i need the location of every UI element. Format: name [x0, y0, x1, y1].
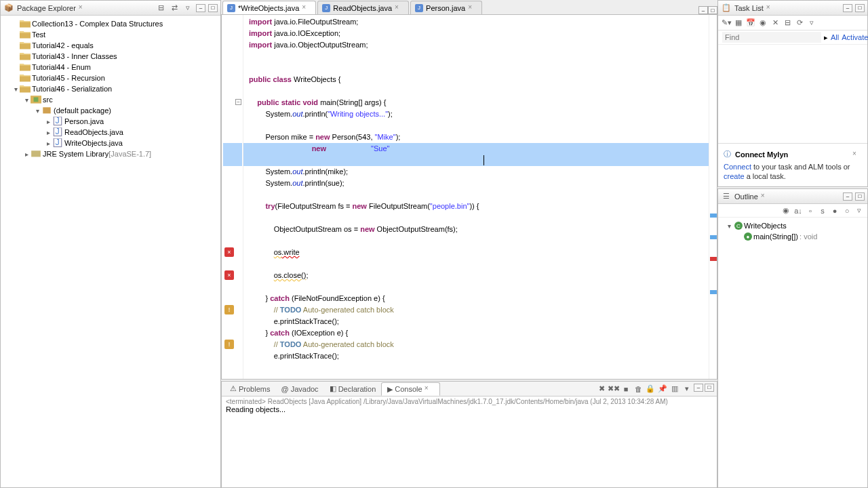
tree-row[interactable]: ▸JWriteObjects.java [1, 138, 220, 148]
code-line[interactable] [249, 62, 709, 74]
collapse-icon[interactable]: ⊟ [782, 18, 793, 28]
code-line[interactable]: import java.io.FileOutputStream; [249, 16, 709, 28]
code-line[interactable] [249, 85, 709, 97]
link-editor-icon[interactable]: ⇄ [169, 3, 180, 14]
code-line[interactable]: public static void main(String[] args) { [249, 97, 709, 108]
code-line[interactable] [249, 212, 709, 224]
tree-row[interactable]: Tutorial44 - Enum [1, 62, 220, 73]
code-line[interactable]: Person mike = new Person(543, "Mike"); [249, 131, 709, 143]
tree-row[interactable]: ▾Tutorial46 - Serialization [1, 83, 220, 94]
terminate-icon[interactable]: ■ [620, 384, 631, 394]
code-line[interactable] [249, 235, 709, 247]
code-line[interactable]: ObjectOutputStream os = new ObjectOutput… [249, 224, 709, 235]
hide-icon[interactable]: ✕ [770, 18, 781, 28]
close-tab-icon[interactable]: × [302, 3, 311, 13]
tree-row[interactable]: Tutorial42 - equals [1, 40, 220, 51]
bottom-tab[interactable]: @Javadoc [275, 384, 323, 394]
tree-row[interactable]: Collection13 - Complex Data Structures [1, 18, 220, 29]
view-menu-icon[interactable]: ▿ [182, 3, 193, 14]
task-all-link[interactable]: All [831, 33, 839, 41]
minimize-button[interactable]: – [196, 4, 205, 12]
hide-nonpublic-icon[interactable]: ● [829, 205, 840, 216]
code-line[interactable]: // TODO Auto-generated catch block [249, 339, 709, 350]
editor-tab[interactable]: J*WriteObjects.java× [222, 1, 316, 14]
outline-maximize-button[interactable]: □ [855, 192, 865, 201]
bottom-tab[interactable]: ◧Declaration [324, 383, 382, 394]
collapse-all-icon[interactable]: ⊟ [155, 3, 166, 14]
code-line[interactable] [249, 189, 709, 201]
code-line[interactable]: e.printStackTrace(); [249, 316, 709, 327]
task-maximize-button[interactable]: □ [855, 4, 865, 12]
hide-static-icon[interactable]: s [817, 205, 828, 216]
focus-icon[interactable]: ◉ [757, 18, 768, 28]
code-line[interactable]: import java.io.IOException; [249, 28, 709, 39]
close-icon[interactable]: × [425, 384, 434, 394]
tree-row[interactable]: ▸JPerson.java [1, 116, 220, 127]
bottom-minimize-button[interactable]: – [694, 384, 703, 392]
task-minimize-button[interactable]: – [843, 4, 852, 12]
focus-icon[interactable]: ◉ [781, 205, 791, 216]
outline-minimize-button[interactable]: – [843, 192, 852, 201]
code-line[interactable]: public class WriteObjects { [249, 74, 709, 85]
pin-console-icon[interactable]: 📌 [657, 384, 668, 394]
tree-row[interactable]: Tutorial45 - Recursion [1, 73, 220, 83]
schedule-icon[interactable]: 📅 [745, 18, 756, 28]
tree-row[interactable]: ▸JReadObjects.java [1, 127, 220, 138]
code-line[interactable] [249, 281, 709, 293]
package-explorer-tree[interactable]: Collection13 - Complex Data StructuresTe… [1, 16, 220, 487]
new-task-icon[interactable]: ✎▾ [721, 18, 732, 28]
clear-console-icon[interactable]: 🗑 [633, 384, 644, 394]
close-tab-icon[interactable]: × [395, 3, 404, 13]
view-menu-icon[interactable]: ▿ [806, 18, 817, 28]
code-line[interactable]: System.out.println(sue); [249, 178, 709, 189]
bottom-maximize-button[interactable]: □ [705, 384, 714, 392]
code-area[interactable]: import java.io.FileOutputStream;import j… [243, 15, 709, 379]
task-activate-link[interactable]: Activate... [842, 33, 868, 41]
code-line[interactable]: os.write [249, 247, 709, 258]
code-line[interactable]: System.out.println(mike); [249, 166, 709, 178]
task-find-input[interactable] [722, 32, 821, 43]
code-line[interactable]: e.printStackTrace(); [249, 350, 709, 362]
mylyn-close-icon[interactable]: × [852, 150, 862, 159]
tree-row[interactable]: ▾(default package) [1, 105, 220, 116]
create-link[interactable]: create [724, 172, 745, 180]
editor-minimize-button[interactable]: – [698, 6, 708, 14]
outline-item[interactable]: ●main(String[]) : void [721, 231, 865, 242]
code-line[interactable] [249, 120, 709, 131]
code-line[interactable]: } catch (IOException e) { [249, 327, 709, 339]
scroll-lock-icon[interactable]: 🔒 [645, 384, 656, 394]
tree-row[interactable]: ▾src [1, 94, 220, 105]
editor-tab[interactable]: JPerson.java× [410, 1, 482, 14]
outline-item[interactable]: ▾CWriteObjects [721, 220, 865, 231]
outline-tree[interactable]: ▾CWriteObjects●main(String[]) : void [718, 218, 867, 245]
editor-area[interactable]: −××!! import java.io.FileOutputStream;im… [221, 15, 717, 380]
bottom-tab[interactable]: ▶Console× [381, 382, 439, 396]
code-line[interactable] [249, 258, 709, 270]
code-line[interactable]: } catch (FileNotFoundException e) { [249, 293, 709, 304]
close-icon[interactable]: × [79, 3, 88, 13]
bottom-tab[interactable]: ⚠Problems [224, 383, 275, 394]
maximize-button[interactable]: □ [208, 4, 218, 12]
connect-link[interactable]: Connect [724, 163, 751, 171]
open-console-icon[interactable]: ▾ [682, 384, 692, 394]
hide-local-icon[interactable]: ○ [842, 205, 852, 216]
code-line[interactable] [249, 51, 709, 62]
remove-launch-icon[interactable]: ✖ [596, 384, 607, 394]
code-line[interactable]: // TODO Auto-generated catch block [249, 304, 709, 316]
overview-ruler[interactable] [709, 15, 717, 379]
synchronize-icon[interactable]: ⟳ [794, 18, 805, 28]
remove-all-icon[interactable]: ✖✖ [608, 384, 619, 394]
view-menu-icon[interactable]: ▿ [854, 205, 865, 216]
tree-row[interactable]: Tutorial43 - Inner Classes [1, 51, 220, 62]
categorize-icon[interactable]: ▦ [733, 18, 744, 28]
display-selected-icon[interactable]: ▥ [669, 384, 680, 394]
close-tab-icon[interactable]: × [468, 3, 477, 13]
editor-tab[interactable]: JReadObjects.java× [317, 1, 409, 14]
find-prev-icon[interactable]: ▸ [824, 33, 828, 42]
close-icon[interactable]: × [766, 3, 776, 13]
code-line[interactable]: import java.io.ObjectOutputStream; [249, 39, 709, 51]
tree-row[interactable]: ▸JRE System Library [JavaSE-1.7] [1, 148, 220, 159]
hide-fields-icon[interactable]: ▫ [805, 205, 816, 216]
console-body[interactable]: <terminated> ReadObjects [Java Applicati… [222, 396, 717, 487]
code-line[interactable]: os.close(); [249, 270, 709, 281]
